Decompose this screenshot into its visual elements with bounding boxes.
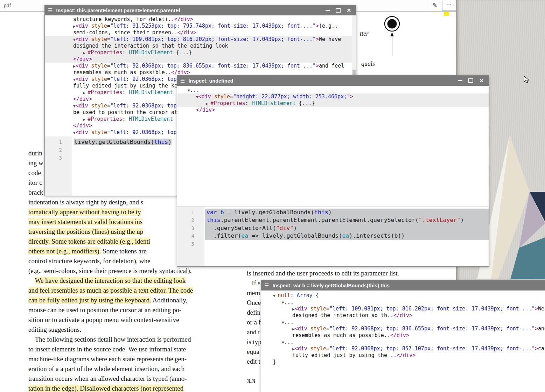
object-tree-row[interactable]: ▶<div style="left: 92.0368px; top: 857.1… [261, 345, 545, 352]
line-number-gutter: 12345 [177, 206, 204, 266]
mouse-cursor [524, 76, 531, 85]
dom-tree[interactable]: ▼...▼<div style="height: 22.877px; width… [177, 86, 489, 207]
menu-icon[interactable]: ☰ [48, 7, 53, 14]
window-controls: ✕ [458, 78, 489, 83]
object-tree-row[interactable]: ▼... [261, 319, 545, 326]
yellow-highlight-marker [444, 12, 449, 16]
pencil-icon: ✎ [432, 2, 437, 9]
line-number: 2 [177, 216, 204, 224]
file-name-label: .pdf [2, 2, 11, 8]
object-tree-row[interactable]: resembles as much as possible..</div> [261, 332, 545, 339]
minimize-icon[interactable] [326, 10, 330, 11]
object-tree-row[interactable]: fully edited just by using the ..</div> [261, 352, 545, 359]
menu-icon[interactable]: ☰ [180, 78, 185, 84]
toolbar-divider [426, 0, 426, 11]
dom-tree-row[interactable]: </div> [177, 107, 489, 113]
maximize-icon[interactable] [336, 8, 341, 13]
line-number: 2 [45, 146, 72, 154]
object-tree-row[interactable]: } [261, 359, 545, 365]
pdf-text-line: is inserted and the user proceeds to edi… [247, 268, 453, 278]
line-number: 3 [45, 154, 72, 162]
window-controls: ✕ [326, 8, 356, 13]
dom-tree-row[interactable]: </div> [45, 56, 356, 63]
maximize-icon[interactable] [468, 78, 473, 83]
pdf-text-line: tation in the edge). Disallowed characte… [28, 384, 235, 392]
object-tree-row[interactable]: ▼ null: Array { [261, 292, 545, 299]
menu-icon[interactable]: ☰ [264, 282, 269, 289]
code-line[interactable] [205, 240, 489, 248]
dom-tree-row[interactable]: ▼<div style="left: 109.081px; top: 816.2… [45, 36, 356, 43]
dom-tree-row[interactable]: designed the interaction so that the edi… [45, 43, 356, 49]
pdf-diagram: tter quals [354, 13, 455, 76]
pdf-text-line: machine-like diagrams where each state r… [28, 354, 235, 364]
pdf-text-line: (e.g., semi-colons, since their presence… [28, 266, 235, 276]
pdf-text-line: mouse can be used to position the cursor… [28, 305, 235, 315]
line-number: 4 [177, 232, 204, 240]
close-icon[interactable]: ✕ [479, 78, 484, 83]
object-tree-row[interactable]: ▼... [261, 299, 545, 306]
object-tree-row[interactable]: ▼... [261, 339, 545, 345]
object-tree-row[interactable]: designed the interaction so th..</div> [261, 312, 545, 319]
pdf-text-line: editing suggestions. [28, 325, 235, 335]
code-line[interactable]: var b = lively.getGlobalBounds(this) [205, 209, 489, 216]
diagram-arrowhead [390, 32, 394, 36]
window-title: Inspect: this.parentElement.parentElemen… [56, 8, 180, 13]
line-number-gutter: 123 [45, 136, 72, 196]
cursor-arrow-icon [524, 76, 531, 84]
diagram-label-bottom: quals [361, 60, 375, 68]
window-titlebar[interactable]: ☰ Inspect: var b = lively.getGlobalBound… [261, 280, 545, 290]
pdf-text-line: to insert elements in the source code. W… [28, 344, 235, 354]
pdf-text-line: can be fully edited just by using the ke… [28, 295, 235, 305]
window-titlebar[interactable]: ☰ Inspect: this.parentElement.parentElem… [45, 5, 356, 15]
dom-tree-row[interactable]: semi-colons, since their presen..</div> [45, 29, 356, 36]
more-button[interactable]: ... [442, 1, 456, 11]
line-number: 3 [177, 224, 204, 232]
object-tree-row[interactable]: ▶<div style="left: 92.0368px; top: 836.6… [261, 326, 545, 332]
code-line[interactable]: .querySelectorAll("div") [205, 224, 489, 232]
diagram-label-top: tter [360, 30, 369, 37]
minimize-icon[interactable] [458, 80, 462, 81]
inspector-window-2: ☰ Inspect: undefined ✕ ▼...▼<div style="… [177, 75, 489, 267]
line-number: 1 [45, 138, 72, 146]
object-tree[interactable]: ▼ null: Array {▼...▶<div style="left: 10… [261, 291, 545, 392]
pdf-text-line: We have designed the interaction so that… [28, 276, 235, 286]
edit-button[interactable]: ✎ [428, 1, 441, 10]
inspector-window-3: ☰ Inspect: var b = lively.getGlobalBound… [261, 280, 545, 392]
close-icon[interactable]: ✕ [347, 8, 351, 13]
dom-tree-row[interactable]: ▼<div style="height: 22.877px; width: 25… [177, 93, 489, 100]
dom-tree-row[interactable]: ▶ #Properties: HTMLDivElement {...} [45, 49, 356, 56]
screen: .pdf ✎ ... tter quals durining wcodeitor… [0, 0, 545, 392]
pdf-text-line: sition or to activate a popup menu with … [28, 315, 235, 325]
dom-tree-row[interactable]: structure keywords, for deleti..</div> [45, 16, 356, 23]
dom-tree-row[interactable]: ▶<div style="left: 92.0368px; top: 836.6… [45, 63, 356, 69]
pdf-text-line: and feel resembles as much as possible a… [28, 286, 235, 295]
cover-art-shape [510, 237, 545, 279]
pdf-text-line: transition occurs when an allowed charac… [28, 374, 235, 384]
ellipsis-icon: ... [446, 1, 452, 6]
dom-tree-row[interactable]: ▶ #Properties: HTMLDivElement {...} [177, 100, 489, 107]
code-line[interactable]: this.parentElement.parentElement.parentE… [205, 216, 489, 224]
pdf-text-line: eration of a a part of the whole element… [28, 364, 235, 374]
code-line[interactable]: .filter(ea => lively.getGlobalBounds(ea)… [205, 232, 489, 240]
window-title: Inspect: undefined [188, 78, 233, 84]
line-number: 5 [177, 240, 204, 248]
event-circle-inner [387, 19, 397, 29]
object-tree-row[interactable]: ▶<div style="left: 109.081px; top: 816.2… [261, 306, 545, 312]
code-editor[interactable]: 12345 var b = lively.getGlobalBounds(thi… [177, 206, 489, 266]
window-title: Inspect: var b = lively.getGlobalBounds(… [272, 283, 390, 288]
dom-tree-row[interactable]: ▼... [177, 87, 489, 93]
dom-tree-row[interactable]: ▶<div style="left: 91.5253px; top: 795.7… [45, 23, 356, 29]
code-area[interactable]: var b = lively.getGlobalBounds(this)this… [205, 206, 489, 266]
line-number: 1 [177, 209, 204, 216]
window-titlebar[interactable]: ☰ Inspect: undefined ✕ [177, 76, 489, 86]
pdf-text-line: The following sections detail how intera… [28, 335, 235, 344]
